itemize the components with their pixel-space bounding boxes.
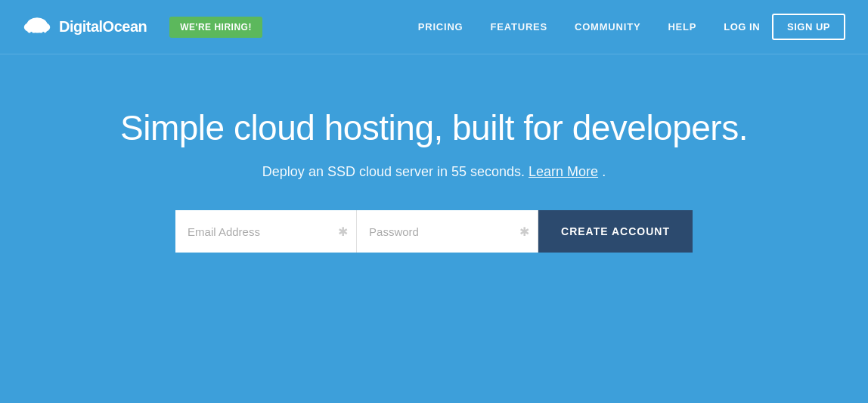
log-in-link[interactable]: LOG IN — [724, 21, 760, 33]
hiring-badge[interactable]: WE'RE HIRING! — [169, 17, 262, 38]
signup-form: ✱ ✱ CREATE ACCOUNT — [175, 210, 693, 253]
hero-subtitle: Deploy an SSD cloud server in 55 seconds… — [262, 164, 606, 180]
nav-pricing[interactable]: PRICING — [418, 21, 463, 33]
email-input[interactable] — [175, 210, 357, 253]
hero-subtitle-text: Deploy an SSD cloud server in 55 seconds… — [262, 164, 525, 179]
logo-text: DigitalOcean — [59, 18, 147, 36]
logo-area: DigitalOcean — [23, 16, 147, 39]
nav-links: PRICING FEATURES COMMUNITY HELP — [418, 21, 697, 33]
create-account-button[interactable]: CREATE ACCOUNT — [538, 210, 693, 253]
svg-point-4 — [30, 32, 33, 34]
nav-community[interactable]: COMMUNITY — [575, 21, 640, 33]
password-wrapper: ✱ — [357, 210, 538, 253]
email-wrapper: ✱ — [175, 210, 357, 253]
hero-subtitle-end: . — [602, 164, 606, 179]
sign-up-button[interactable]: SIGN UP — [772, 14, 845, 40]
hero-title: Simple cloud hosting, built for develope… — [120, 107, 748, 149]
learn-more-link[interactable]: Learn More — [529, 164, 598, 179]
auth-links: LOG IN SIGN UP — [724, 14, 845, 40]
header: DigitalOcean WE'RE HIRING! PRICING FEATU… — [0, 0, 868, 54]
hero-section: Simple cloud hosting, built for develope… — [0, 54, 868, 253]
svg-point-7 — [42, 32, 45, 34]
nav-help[interactable]: HELP — [668, 21, 696, 33]
svg-point-6 — [39, 33, 41, 35]
logo-icon — [23, 16, 51, 39]
svg-point-5 — [34, 33, 36, 35]
password-input[interactable] — [357, 210, 538, 253]
nav-features[interactable]: FEATURES — [491, 21, 548, 33]
